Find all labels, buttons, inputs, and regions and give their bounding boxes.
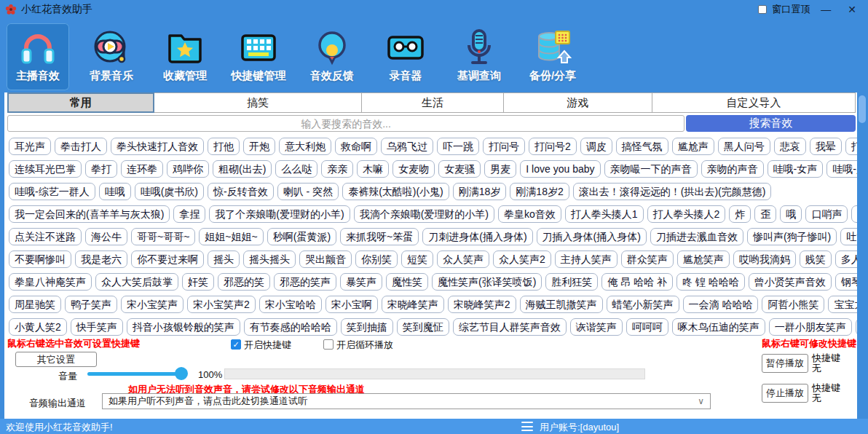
sound-effect-button[interactable]: 女麦吻 bbox=[392, 160, 435, 178]
sound-effect-button[interactable]: 亲吻嘬一下的声音 bbox=[604, 160, 698, 178]
sound-effect-button[interactable]: 哎哟我滴妈 bbox=[733, 250, 796, 268]
sound-effect-button[interactable]: 刀插进去溅血音效 bbox=[650, 228, 743, 245]
sound-effect-button[interactable]: 周星驰笑 bbox=[9, 296, 61, 313]
toolbar-item-hotkey-manager[interactable]: 快捷键管理 bbox=[227, 23, 290, 90]
sound-effect-button[interactable]: 邪恶的笑 bbox=[218, 273, 270, 291]
sound-effect-button[interactable]: 男麦 bbox=[484, 160, 516, 178]
sound-effect-button[interactable]: 哇哦 bbox=[99, 183, 131, 200]
sound-effect-button[interactable]: 小孩哇唔 bbox=[851, 205, 857, 223]
sound-effect-button[interactable]: 刚满18岁 bbox=[453, 183, 507, 200]
sound-effect-button[interactable]: 开炮 bbox=[243, 138, 275, 155]
sound-effect-button[interactable]: 打脸 鞭 耳光 bbox=[845, 138, 857, 155]
toolbar-item-backup-share[interactable]: 备份/分享 bbox=[521, 23, 584, 90]
tab-life[interactable]: 生活 bbox=[362, 92, 504, 113]
search-sound-button[interactable]: 搜索音效 bbox=[686, 115, 856, 132]
sound-effect-button[interactable]: 搞怪气氛 bbox=[616, 138, 668, 155]
sound-effect-button[interactable]: 综艺节目人群笑声音效 bbox=[453, 318, 567, 336]
sound-effect-button[interactable]: 意大利炮 bbox=[279, 138, 331, 155]
sound-effect-button[interactable]: 木嘛 bbox=[357, 160, 389, 178]
sound-effect-button[interactable]: 打问号2 bbox=[529, 138, 577, 155]
sound-effect-button[interactable]: 我晕 bbox=[810, 138, 842, 155]
sound-effect-button[interactable]: 滚出去！滚得远远的！(拱出去)(完颜慧德) bbox=[573, 183, 772, 200]
sound-effect-button[interactable]: 小黄人笑2 bbox=[9, 318, 67, 336]
sound-effect-button[interactable]: 惊-反转音效 bbox=[208, 183, 274, 200]
sound-effect-button[interactable]: 惨叫声(狗子惨叫) bbox=[747, 228, 837, 245]
sound-effect-button[interactable]: 一群小朋友笑声 bbox=[769, 318, 852, 336]
sound-effect-button[interactable]: 诙谐笑声 bbox=[570, 318, 623, 336]
sound-effect-button[interactable]: I love you baby bbox=[520, 160, 600, 178]
sound-effect-button[interactable]: 刀插入身体(捅入身体) bbox=[537, 228, 647, 245]
sound-effect-button[interactable]: 耳光声 bbox=[9, 138, 51, 155]
sound-effect-button[interactable]: 连续耳光巴掌 bbox=[9, 160, 82, 178]
sound-effect-button[interactable]: 吐舌头滑稽声 bbox=[840, 228, 857, 245]
sound-effect-button[interactable]: 哥哥~哥哥~ bbox=[131, 228, 195, 245]
sound-effect-button[interactable]: 我了个亲娘嘞(爱理财的小羊) bbox=[209, 205, 350, 223]
sound-effect-button[interactable]: 么么哒 bbox=[275, 160, 317, 178]
sound-effect-button[interactable]: 群众笑声 bbox=[621, 250, 674, 268]
sound-effect-button[interactable]: 呵呵呵 bbox=[626, 318, 668, 336]
sound-effect-button[interactable]: 暴笑声 bbox=[340, 273, 382, 291]
volume-slider-track[interactable] bbox=[87, 372, 182, 376]
sound-effect-button[interactable]: 尴尬声 bbox=[672, 138, 714, 155]
sound-effect-button[interactable]: 尴尬笑声 bbox=[677, 250, 730, 268]
sound-effect-button[interactable]: 众人大笑后鼓掌 bbox=[95, 273, 178, 291]
toolbar-item-recorder[interactable]: 录音器 bbox=[374, 23, 437, 90]
sound-effect-button[interactable]: 救命啊 bbox=[335, 138, 377, 155]
stop-playback-button[interactable]: 停止播放 bbox=[762, 384, 808, 403]
loop-play-checkbox[interactable] bbox=[323, 339, 334, 350]
tab-custom-import[interactable]: 自定义导入 bbox=[652, 92, 856, 113]
sound-effect-button[interactable]: 摇头摇头 bbox=[243, 250, 296, 268]
sound-effect-button[interactable]: 众人笑声2 bbox=[493, 250, 551, 268]
sound-effect-button[interactable]: 泰裤辣(太酷啦)(小鬼) bbox=[342, 183, 449, 200]
sound-effect-button[interactable]: 多人笑声 bbox=[835, 250, 857, 268]
sound-effect-button[interactable]: 吓一跳 bbox=[437, 138, 479, 155]
sound-effect-button[interactable]: 哭出颤音 bbox=[299, 250, 352, 268]
sound-effect-button[interactable]: 魔性笑 bbox=[386, 273, 428, 291]
hamburger-menu-icon[interactable] bbox=[521, 422, 533, 431]
sound-effect-button[interactable]: 宋晓峰笑声2 bbox=[448, 296, 516, 313]
sound-effect-button[interactable]: 一会滴 哈哈哈 bbox=[683, 296, 759, 313]
sound-effect-button[interactable]: 啄木鸟伍迪的笑声 bbox=[672, 318, 765, 336]
sound-effect-button[interactable]: 笑到魔怔 bbox=[397, 318, 449, 336]
sound-effect-button[interactable]: 打问号 bbox=[483, 138, 525, 155]
sound-effect-button[interactable]: 奸笑 bbox=[182, 273, 214, 291]
sound-effect-button[interactable]: 鸭子笑声 bbox=[65, 296, 117, 313]
sound-effect-button[interactable]: 乌鸦飞过 bbox=[381, 138, 433, 155]
pin-window-checkbox[interactable] bbox=[758, 5, 767, 14]
sound-effect-button[interactable]: 点关注不迷路 bbox=[9, 228, 82, 245]
tab-funny[interactable]: 搞笑 bbox=[154, 92, 362, 113]
sound-effect-button[interactable]: 连环拳 bbox=[121, 160, 163, 178]
sound-effect-button[interactable]: 黑人问号 bbox=[718, 138, 770, 155]
other-settings-button[interactable]: 其它设置 bbox=[15, 352, 97, 367]
sound-effect-button[interactable]: 主持人笑声 bbox=[555, 250, 618, 268]
sound-effect-button[interactable]: 来抓我呀~笨蛋 bbox=[340, 228, 419, 245]
minimize-button[interactable]: — bbox=[815, 1, 837, 17]
sound-effect-button[interactable]: 宋小宝哈哈 bbox=[259, 296, 322, 313]
sound-effect-button[interactable]: 有节奏感的哈哈哈 bbox=[244, 318, 337, 336]
sound-effect-button[interactable]: 粗砌(出去) bbox=[213, 160, 272, 178]
sound-effect-button[interactable]: 哇哦(虞书欣) bbox=[135, 183, 204, 200]
sound-effect-button[interactable]: 女麦骚 bbox=[438, 160, 481, 178]
sound-effect-button[interactable]: 钢琴女笑声 bbox=[835, 273, 857, 291]
sound-effect-button[interactable]: 短笑 bbox=[401, 250, 433, 268]
audio-output-channel-select[interactable]: 如果用户听不到声音，请点击此处切换通道试听 ∨ bbox=[102, 393, 711, 409]
sound-effect-button[interactable]: 打他 bbox=[208, 138, 240, 155]
sound-effect-button[interactable]: 不要啊惨叫 bbox=[9, 250, 71, 268]
sound-effect-button[interactable]: 秒啊(蛋黄派) bbox=[267, 228, 336, 245]
toolbar-item-favorites-manager[interactable]: 收藏管理 bbox=[154, 23, 216, 90]
sound-effect-button[interactable]: 我一定会回来的(喜羊羊与灰太狼) bbox=[9, 205, 170, 223]
sound-effect-button[interactable]: 快手笑声 bbox=[71, 318, 123, 336]
sound-effect-button[interactable]: 抖音小孩银铃般的笑声 bbox=[127, 318, 240, 336]
sound-effect-button[interactable]: 你不要过来啊 bbox=[131, 250, 204, 268]
sound-effect-button[interactable]: 魔性笑声(张译笑喷饭) bbox=[432, 273, 542, 291]
tab-common[interactable]: 常用 bbox=[7, 92, 154, 113]
sound-effect-button[interactable]: 拳击打人 bbox=[55, 138, 107, 155]
sound-effect-button[interactable]: 喇叭 - 突然 bbox=[277, 183, 339, 200]
sound-effect-button[interactable]: 两警察拍桌子笑 bbox=[856, 318, 857, 336]
pause-playback-button[interactable]: 暂停播放 bbox=[762, 354, 808, 373]
sound-effect-button[interactable]: 歪 bbox=[754, 205, 776, 223]
sound-effect-button[interactable]: 刀刺进身体(捅入身体) bbox=[422, 228, 532, 245]
sound-effect-button[interactable]: 亲吻的声音 bbox=[701, 160, 764, 178]
toolbar-item-anchor-sounds[interactable]: 主播音效 bbox=[7, 23, 69, 90]
sound-effect-button[interactable]: 打人拳头揍人2 bbox=[647, 205, 726, 223]
